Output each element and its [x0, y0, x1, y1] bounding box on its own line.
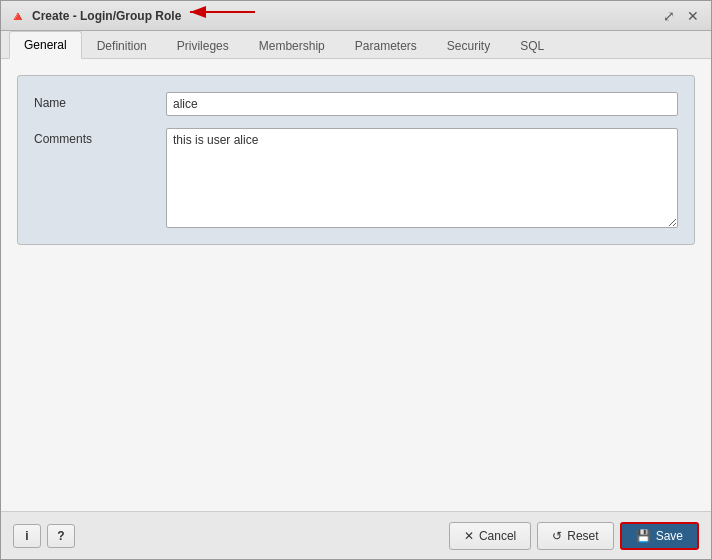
tab-parameters[interactable]: Parameters [340, 32, 432, 59]
info-button[interactable]: i [13, 524, 41, 548]
window-icon: 🔺 [9, 8, 26, 24]
tab-sql[interactable]: SQL [505, 32, 559, 59]
titlebar-buttons: ⤢ ✕ [659, 7, 703, 25]
tab-security[interactable]: Security [432, 32, 505, 59]
name-label: Name [34, 92, 154, 110]
maximize-button[interactable]: ⤢ [659, 7, 679, 25]
titlebar: 🔺 Create - Login/Group Role ⤢ ✕ [1, 1, 711, 31]
footer: i ? ✕ Cancel ↺ Reset 💾 Save [1, 511, 711, 559]
reset-label: Reset [567, 529, 598, 543]
cancel-button[interactable]: ✕ Cancel [449, 522, 531, 550]
titlebar-left: 🔺 Create - Login/Group Role [9, 8, 181, 24]
help-button[interactable]: ? [47, 524, 75, 548]
save-button[interactable]: 💾 Save [620, 522, 699, 550]
save-icon: 💾 [636, 529, 651, 543]
tab-content: Name Comments t [1, 59, 711, 511]
save-label: Save [656, 529, 683, 543]
comments-input[interactable]: this is user alice [166, 128, 678, 228]
cancel-label: Cancel [479, 529, 516, 543]
tab-general[interactable]: General [9, 31, 82, 59]
footer-right-buttons: ✕ Cancel ↺ Reset 💾 Save [449, 522, 699, 550]
form-panel: Name Comments t [17, 75, 695, 245]
main-window: 🔺 Create - Login/Group Role ⤢ ✕ General … [0, 0, 712, 560]
footer-left-buttons: i ? [13, 524, 75, 548]
name-row: Name [34, 92, 678, 116]
window-title: Create - Login/Group Role [32, 9, 181, 23]
tab-privileges[interactable]: Privileges [162, 32, 244, 59]
reset-button[interactable]: ↺ Reset [537, 522, 613, 550]
comments-label: Comments [34, 128, 154, 146]
name-input-wrapper [166, 92, 678, 116]
tab-bar: General Definition Privileges Membership… [1, 31, 711, 59]
comments-row: Comments this is user alice [34, 128, 678, 228]
tab-membership[interactable]: Membership [244, 32, 340, 59]
reset-icon: ↺ [552, 529, 562, 543]
tab-definition[interactable]: Definition [82, 32, 162, 59]
name-input[interactable] [166, 92, 678, 116]
cancel-icon: ✕ [464, 529, 474, 543]
close-button[interactable]: ✕ [683, 7, 703, 25]
